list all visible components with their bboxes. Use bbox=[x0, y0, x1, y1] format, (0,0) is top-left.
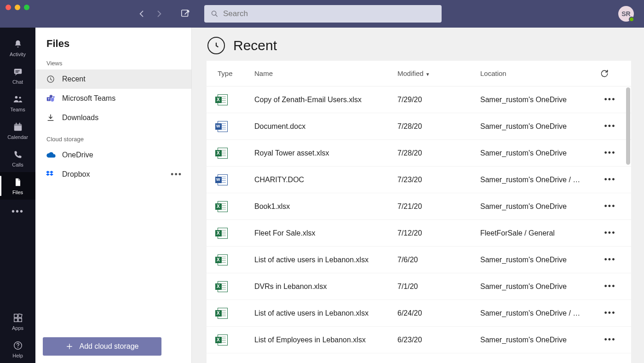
scrollbar-thumb[interactable] bbox=[626, 87, 630, 165]
add-cloud-storage-button[interactable]: Add cloud storage bbox=[43, 337, 161, 356]
file-location[interactable]: FleetForSale / General bbox=[480, 229, 600, 237]
file-name[interactable]: Fleet For Sale.xlsx bbox=[254, 229, 397, 237]
file-location[interactable]: Samer_rustom's OneDrive bbox=[480, 282, 600, 291]
file-name[interactable]: Book1.xlsx bbox=[254, 202, 397, 211]
file-location[interactable]: Samer_rustom's OneDrive / … bbox=[480, 176, 600, 184]
col-modified[interactable]: Modified▼ bbox=[397, 69, 480, 77]
svg-rect-4 bbox=[15, 72, 18, 72]
row-more-button[interactable]: ••• bbox=[600, 308, 620, 318]
view-label: Downloads bbox=[62, 114, 98, 122]
rail-label: Calls bbox=[12, 162, 23, 167]
file-location[interactable]: Samer_rustom's OneDrive bbox=[480, 96, 600, 104]
file-name[interactable]: Document.docx bbox=[254, 122, 397, 131]
cloud-onedrive[interactable]: OneDrive bbox=[35, 145, 191, 165]
window-controls[interactable] bbox=[6, 5, 29, 10]
file-modified: 7/6/20 bbox=[397, 256, 480, 264]
svg-rect-3 bbox=[15, 70, 19, 71]
recent-header-icon bbox=[207, 37, 225, 54]
row-more-button[interactable]: ••• bbox=[600, 95, 620, 104]
refresh-icon bbox=[600, 69, 609, 78]
file-location[interactable]: Samer_rustom's OneDrive / … bbox=[480, 309, 600, 317]
rail-chat[interactable]: Chat bbox=[0, 62, 35, 89]
rail-calendar[interactable]: Calendar bbox=[0, 117, 35, 144]
chat-icon bbox=[12, 66, 23, 77]
rail-calls[interactable]: Calls bbox=[0, 144, 35, 172]
avatar[interactable]: SR bbox=[618, 6, 634, 22]
file-modified: 7/1/20 bbox=[397, 282, 480, 291]
close-window-icon[interactable] bbox=[6, 5, 11, 10]
row-more-button[interactable]: ••• bbox=[600, 148, 620, 158]
zoom-window-icon[interactable] bbox=[24, 5, 29, 10]
back-button[interactable] bbox=[137, 9, 146, 18]
view-microsoft-teams[interactable]: T Microsoft Teams bbox=[35, 89, 191, 108]
file-name[interactable]: List of active users in Lebanon.xlsx bbox=[254, 256, 397, 264]
svg-point-19 bbox=[53, 96, 55, 98]
row-more-button[interactable]: ••• bbox=[600, 335, 620, 345]
row-more-button[interactable]: ••• bbox=[600, 255, 620, 265]
table-row[interactable]: Copy of Zenath-Email Users.xlsx7/29/20Sa… bbox=[207, 86, 631, 113]
row-more-button[interactable]: ••• bbox=[600, 175, 620, 184]
section-cloud: Cloud storage bbox=[35, 132, 191, 145]
file-location[interactable]: Samer_rustom's OneDrive bbox=[480, 256, 600, 264]
rail-more[interactable]: ••• bbox=[12, 200, 24, 223]
clock-icon bbox=[46, 74, 56, 84]
view-recent[interactable]: Recent bbox=[35, 69, 191, 89]
excel-file-icon bbox=[218, 334, 228, 346]
table-row[interactable]: List of Employees in Lebanon.xlsx6/23/20… bbox=[207, 327, 631, 353]
minimize-window-icon[interactable] bbox=[15, 5, 20, 10]
row-more-button[interactable]: ••• bbox=[600, 202, 620, 211]
file-location[interactable]: Samer_rustom's OneDrive bbox=[480, 202, 600, 211]
search-field[interactable] bbox=[223, 9, 435, 18]
row-more-button[interactable]: ••• bbox=[600, 228, 620, 238]
file-modified: 7/28/20 bbox=[397, 149, 480, 157]
table-row[interactable]: Document.docx7/28/20Samer_rustom's OneDr… bbox=[207, 113, 631, 140]
teams-logo-icon: T bbox=[46, 93, 56, 104]
svg-rect-2 bbox=[14, 69, 22, 74]
file-location[interactable]: Samer_rustom's OneDrive bbox=[480, 336, 600, 344]
file-name[interactable]: List of active users in Lebanon.xlsx bbox=[254, 309, 397, 317]
rail-label: Activity bbox=[10, 52, 26, 57]
row-more-button[interactable]: ••• bbox=[600, 121, 620, 131]
rail-label: Apps bbox=[12, 325, 23, 331]
forward-button[interactable] bbox=[155, 9, 164, 18]
file-name[interactable]: Copy of Zenath-Email Users.xlsx bbox=[254, 96, 397, 104]
file-location[interactable]: Samer_rustom's OneDrive bbox=[480, 122, 600, 131]
teams-icon bbox=[12, 94, 23, 105]
compose-button[interactable] bbox=[180, 9, 190, 19]
plus-icon bbox=[66, 343, 73, 350]
file-name[interactable]: CHARITY.DOC bbox=[254, 176, 397, 184]
rail-activity[interactable]: Activity bbox=[0, 34, 35, 62]
col-type[interactable]: Type bbox=[218, 69, 254, 77]
file-name[interactable]: List of Employees in Lebanon.xlsx bbox=[254, 336, 397, 344]
word-file-icon bbox=[218, 121, 228, 132]
table-row[interactable]: DVRs in Lebanon.xlsx7/1/20Samer_rustom's… bbox=[207, 273, 631, 300]
file-location[interactable]: Samer_rustom's OneDrive bbox=[480, 149, 600, 157]
file-name[interactable]: Royal Tower asset.xlsx bbox=[254, 149, 397, 157]
table-row[interactable]: List of active users in Lebanon.xlsx6/24… bbox=[207, 300, 631, 327]
rail-teams[interactable]: Teams bbox=[0, 89, 35, 117]
row-more-button[interactable]: ••• bbox=[600, 282, 620, 291]
dropbox-more-button[interactable]: ••• bbox=[171, 170, 182, 179]
view-downloads[interactable]: Downloads bbox=[35, 108, 191, 127]
cloud-dropbox[interactable]: Dropbox ••• bbox=[35, 165, 191, 184]
table-row[interactable]: Book1.xlsx7/21/20Samer_rustom's OneDrive… bbox=[207, 193, 631, 220]
col-name[interactable]: Name bbox=[254, 69, 397, 77]
rail-files[interactable]: Files bbox=[0, 172, 35, 200]
table-row[interactable]: Fleet For Sale.xlsx7/12/20FleetForSale /… bbox=[207, 220, 631, 247]
search-input[interactable] bbox=[204, 5, 442, 23]
table-row[interactable]: Royal Tower asset.xlsx7/28/20Samer_rusto… bbox=[207, 140, 631, 167]
file-name[interactable]: DVRs in Lebanon.xlsx bbox=[254, 282, 397, 291]
rail-apps[interactable]: Apps bbox=[0, 308, 35, 335]
file-modified: 7/29/20 bbox=[397, 96, 480, 104]
col-location[interactable]: Location bbox=[480, 69, 600, 77]
table-row[interactable]: CHARITY.DOC7/23/20Samer_rustom's OneDriv… bbox=[207, 167, 631, 193]
rail-help[interactable]: Help bbox=[0, 335, 35, 363]
refresh-button[interactable] bbox=[600, 69, 620, 78]
excel-file-icon bbox=[218, 254, 228, 265]
excel-file-icon bbox=[218, 308, 228, 319]
svg-rect-11 bbox=[14, 314, 17, 317]
svg-rect-0 bbox=[182, 10, 188, 17]
rail-label: Files bbox=[12, 190, 23, 195]
table-row[interactable]: List of active users in Lebanon.xlsx7/6/… bbox=[207, 247, 631, 273]
excel-file-icon bbox=[218, 281, 228, 292]
